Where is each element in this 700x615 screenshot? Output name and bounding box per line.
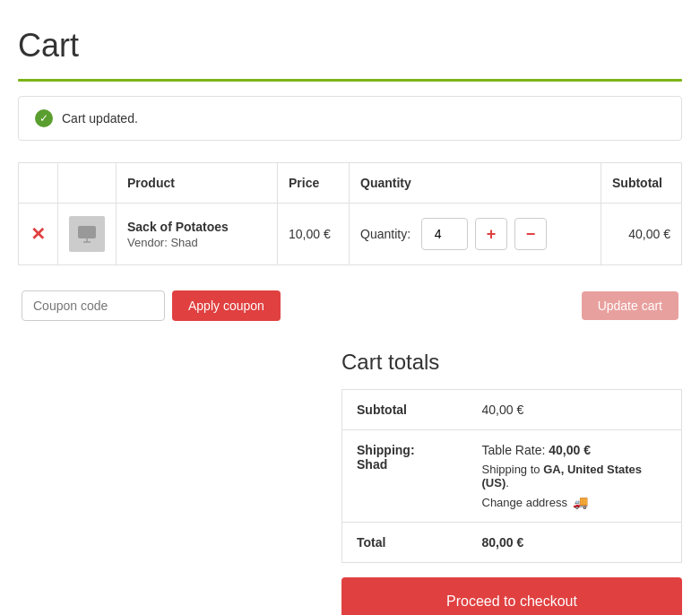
col-header-price: Price	[278, 163, 350, 204]
quantity-decrease-button[interactable]: −	[514, 218, 547, 250]
cart-totals-inner: Cart totals Subtotal 40,00 € Shipping: S…	[341, 350, 682, 615]
shipping-label: Shipping: Shad	[342, 430, 468, 523]
check-icon: ✓	[35, 109, 53, 127]
product-price-cell: 10,00 €	[278, 204, 350, 265]
notice-text: Cart updated.	[62, 111, 138, 126]
quantity-label: Quantity:	[360, 227, 410, 241]
cart-totals-title: Cart totals	[341, 350, 682, 375]
quantity-input[interactable]	[421, 218, 468, 250]
cart-table: Product Price Quantity Subtotal ✕ Sack o…	[18, 162, 682, 265]
product-vendor: Vendor: Shad	[127, 236, 266, 249]
product-price: 10,00 €	[289, 227, 331, 241]
coupon-left: Apply coupon	[22, 290, 281, 321]
quantity-control: Quantity: + −	[360, 218, 590, 250]
table-row: ✕ Sack of Potatoes Vendor: Shad 10,00	[19, 204, 682, 265]
quantity-increase-button[interactable]: +	[475, 218, 507, 250]
remove-item-button[interactable]: ✕	[30, 225, 46, 243]
coupon-row: Apply coupon Update cart	[18, 280, 682, 332]
remove-cell: ✕	[19, 204, 58, 265]
shipping-to: Shipping to GA, United States (US).	[482, 463, 668, 489]
update-cart-button[interactable]: Update cart	[582, 291, 678, 320]
vendor-name: Shad	[170, 236, 197, 249]
product-subtotal: 40,00 €	[628, 227, 670, 241]
subtotal-label: Subtotal	[342, 390, 468, 430]
total-value: 80,00 €	[468, 523, 682, 563]
product-thumbnail	[69, 216, 105, 252]
checkout-button[interactable]: Proceed to checkout	[341, 577, 682, 615]
subtotal-row: Subtotal 40,00 €	[342, 390, 682, 430]
vendor-label: Vendor:	[127, 236, 168, 249]
svg-rect-0	[78, 226, 96, 238]
subtotal-value: 40,00 €	[468, 390, 682, 430]
page-title: Cart	[18, 27, 682, 65]
apply-coupon-button[interactable]: Apply coupon	[172, 290, 281, 321]
total-label: Total	[342, 523, 468, 563]
cart-updated-notice: ✓ Cart updated.	[18, 96, 682, 141]
change-address-label: Change address	[482, 496, 567, 509]
truck-icon: 🚚	[573, 495, 588, 509]
coupon-input[interactable]	[22, 290, 165, 321]
total-row: Total 80,00 €	[342, 523, 682, 563]
product-image-cell	[58, 204, 117, 265]
col-header-subtotal: Subtotal	[601, 163, 682, 204]
totals-table: Subtotal 40,00 € Shipping: Shad Table Ra…	[341, 389, 682, 563]
shipping-rate: Table Rate: 40,00 €	[482, 443, 668, 457]
col-header-quantity: Quantity	[350, 163, 601, 204]
change-address[interactable]: Change address 🚚	[482, 495, 668, 509]
green-divider	[18, 79, 682, 82]
cart-totals-section: Cart totals Subtotal 40,00 € Shipping: S…	[18, 350, 682, 615]
product-name: Sack of Potatoes	[127, 220, 266, 234]
col-header-remove	[19, 163, 58, 204]
shipping-value: Table Rate: 40,00 € Shipping to GA, Unit…	[468, 430, 682, 523]
quantity-cell: Quantity: + −	[350, 204, 601, 265]
shipping-row: Shipping: Shad Table Rate: 40,00 € Shipp…	[342, 430, 682, 523]
product-subtotal-cell: 40,00 €	[601, 204, 682, 265]
col-header-product: Product	[117, 163, 278, 204]
col-header-image	[58, 163, 117, 204]
product-info-cell: Sack of Potatoes Vendor: Shad	[117, 204, 278, 265]
